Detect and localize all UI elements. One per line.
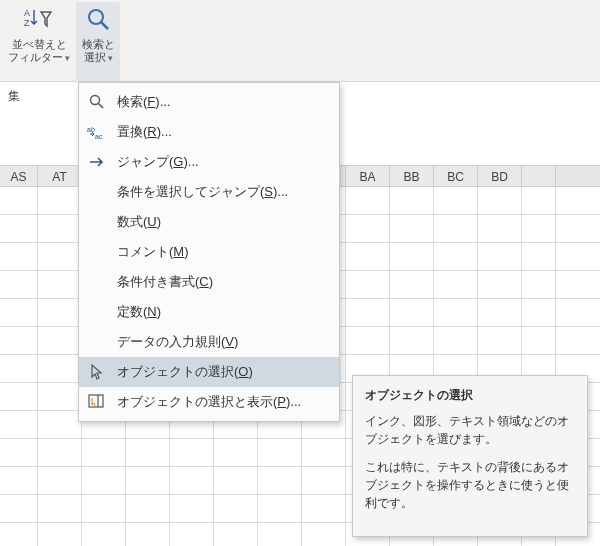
grid-cell[interactable] <box>82 439 126 466</box>
column-header[interactable] <box>522 166 556 186</box>
menu-item[interactable]: コメント(M) <box>79 237 339 267</box>
grid-cell[interactable] <box>434 243 478 270</box>
grid-cell[interactable] <box>478 215 522 242</box>
grid-cell[interactable] <box>302 439 346 466</box>
grid-cell[interactable] <box>434 271 478 298</box>
grid-cell[interactable] <box>346 243 390 270</box>
column-header[interactable]: BA <box>346 166 390 186</box>
grid-cell[interactable] <box>38 467 82 494</box>
grid-cell[interactable] <box>170 495 214 522</box>
grid-cell[interactable] <box>0 327 38 354</box>
grid-cell[interactable] <box>0 215 38 242</box>
grid-cell[interactable] <box>126 467 170 494</box>
grid-cell[interactable] <box>302 467 346 494</box>
grid-cell[interactable] <box>38 243 82 270</box>
grid-cell[interactable] <box>126 495 170 522</box>
menu-item[interactable]: 検索(F)... <box>79 87 339 117</box>
grid-cell[interactable] <box>214 495 258 522</box>
column-header[interactable]: AS <box>0 166 38 186</box>
grid-cell[interactable] <box>434 299 478 326</box>
column-header[interactable]: AT <box>38 166 82 186</box>
grid-cell[interactable] <box>390 271 434 298</box>
grid-cell[interactable] <box>522 271 556 298</box>
grid-cell[interactable] <box>0 271 38 298</box>
grid-cell[interactable] <box>38 439 82 466</box>
menu-item[interactable]: 条件付き書式(C) <box>79 267 339 297</box>
grid-cell[interactable] <box>170 439 214 466</box>
grid-cell[interactable] <box>82 467 126 494</box>
grid-cell[interactable] <box>522 187 556 214</box>
grid-cell[interactable] <box>258 467 302 494</box>
grid-cell[interactable] <box>434 215 478 242</box>
grid-cell[interactable] <box>38 523 82 546</box>
grid-cell[interactable] <box>346 187 390 214</box>
grid-cell[interactable] <box>478 299 522 326</box>
menu-item[interactable]: オブジェクトの選択(O) <box>79 357 339 387</box>
grid-cell[interactable] <box>302 495 346 522</box>
grid-cell[interactable] <box>38 327 82 354</box>
grid-cell[interactable] <box>0 467 38 494</box>
grid-cell[interactable] <box>82 523 126 546</box>
grid-cell[interactable] <box>390 299 434 326</box>
grid-cell[interactable] <box>522 327 556 354</box>
grid-cell[interactable] <box>258 439 302 466</box>
grid-cell[interactable] <box>0 299 38 326</box>
grid-cell[interactable] <box>390 327 434 354</box>
menu-item[interactable]: データの入力規則(V) <box>79 327 339 357</box>
grid-cell[interactable] <box>38 187 82 214</box>
grid-cell[interactable] <box>126 523 170 546</box>
menu-item[interactable]: abac置換(R)... <box>79 117 339 147</box>
grid-cell[interactable] <box>170 467 214 494</box>
grid-cell[interactable] <box>126 439 170 466</box>
grid-cell[interactable] <box>346 299 390 326</box>
grid-cell[interactable] <box>214 523 258 546</box>
grid-cell[interactable] <box>214 439 258 466</box>
grid-cell[interactable] <box>214 467 258 494</box>
grid-cell[interactable] <box>0 383 38 410</box>
grid-cell[interactable] <box>0 523 38 546</box>
grid-cell[interactable] <box>170 523 214 546</box>
grid-cell[interactable] <box>478 327 522 354</box>
grid-cell[interactable] <box>0 411 38 438</box>
grid-cell[interactable] <box>478 243 522 270</box>
grid-cell[interactable] <box>38 383 82 410</box>
column-header[interactable]: BB <box>390 166 434 186</box>
grid-cell[interactable] <box>0 495 38 522</box>
grid-cell[interactable] <box>38 495 82 522</box>
menu-item[interactable]: オブジェクトの選択と表示(P)... <box>79 387 339 417</box>
grid-cell[interactable] <box>346 271 390 298</box>
grid-cell[interactable] <box>0 187 38 214</box>
grid-cell[interactable] <box>390 215 434 242</box>
grid-cell[interactable] <box>38 411 82 438</box>
find-select-button[interactable]: 検索と 選択▾ <box>76 2 120 81</box>
grid-cell[interactable] <box>390 187 434 214</box>
grid-cell[interactable] <box>258 495 302 522</box>
grid-cell[interactable] <box>522 215 556 242</box>
grid-cell[interactable] <box>522 243 556 270</box>
menu-item[interactable]: ジャンプ(G)... <box>79 147 339 177</box>
grid-cell[interactable] <box>38 299 82 326</box>
grid-cell[interactable] <box>38 215 82 242</box>
menu-item[interactable]: 定数(N) <box>79 297 339 327</box>
grid-cell[interactable] <box>478 271 522 298</box>
sort-filter-button[interactable]: A Z 並べ替えと フィルター▾ <box>4 2 74 81</box>
grid-cell[interactable] <box>346 327 390 354</box>
grid-cell[interactable] <box>0 355 38 382</box>
grid-cell[interactable] <box>38 355 82 382</box>
grid-cell[interactable] <box>258 523 302 546</box>
column-header[interactable]: BD <box>478 166 522 186</box>
grid-cell[interactable] <box>346 215 390 242</box>
grid-cell[interactable] <box>0 243 38 270</box>
menu-item[interactable]: 条件を選択してジャンプ(S)... <box>79 177 339 207</box>
grid-cell[interactable] <box>0 439 38 466</box>
grid-cell[interactable] <box>82 495 126 522</box>
grid-cell[interactable] <box>390 243 434 270</box>
column-header[interactable]: BC <box>434 166 478 186</box>
grid-cell[interactable] <box>478 187 522 214</box>
grid-cell[interactable] <box>522 299 556 326</box>
menu-item[interactable]: 数式(U) <box>79 207 339 237</box>
grid-cell[interactable] <box>302 523 346 546</box>
grid-cell[interactable] <box>434 327 478 354</box>
grid-cell[interactable] <box>38 271 82 298</box>
grid-cell[interactable] <box>434 187 478 214</box>
